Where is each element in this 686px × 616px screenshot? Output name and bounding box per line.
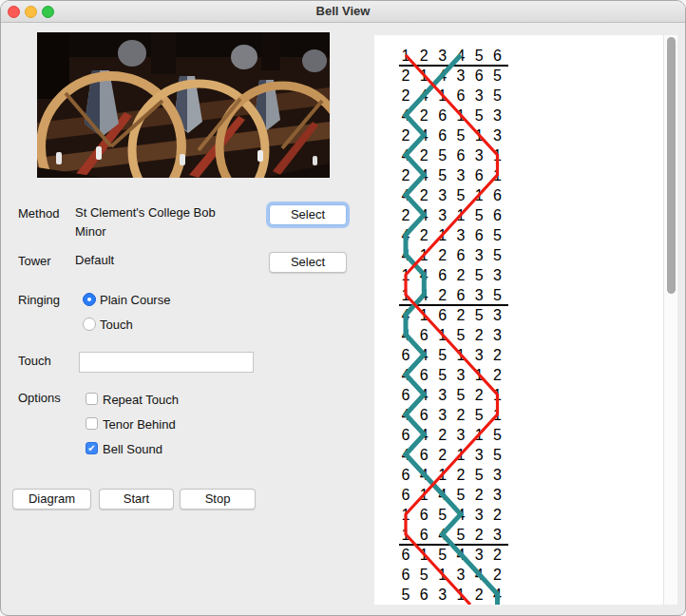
svg-text:6: 6 (402, 487, 410, 503)
svg-text:2: 2 (402, 87, 410, 104)
svg-text:2: 2 (420, 227, 429, 243)
svg-text:3: 3 (438, 387, 447, 403)
options-label: Options (18, 391, 61, 405)
svg-text:3: 3 (493, 127, 502, 144)
svg-text:2: 2 (475, 387, 484, 403)
checkbox-repeat-touch[interactable]: ✔ (86, 393, 98, 405)
svg-text:2: 2 (438, 287, 447, 303)
ringing-label: Ringing (18, 293, 60, 307)
bell-row: 463251 (402, 407, 503, 423)
title-bar[interactable]: Bell View (1, 1, 685, 23)
svg-text:5: 5 (456, 127, 465, 144)
svg-text:5: 5 (475, 467, 484, 483)
radio-plain-course-label[interactable]: Plain Course (100, 293, 170, 307)
svg-text:2: 2 (438, 447, 447, 463)
svg-text:6: 6 (402, 467, 410, 483)
svg-text:5: 5 (402, 587, 410, 603)
svg-text:6: 6 (402, 387, 410, 403)
touch-input[interactable] (79, 352, 254, 373)
svg-text:6: 6 (438, 127, 447, 144)
svg-text:5: 5 (493, 247, 502, 263)
bell-row: 416253 (402, 307, 503, 323)
svg-text:5: 5 (475, 407, 484, 423)
radio-touch[interactable] (83, 318, 96, 331)
bell-row: 563124 (402, 587, 503, 603)
svg-text:3: 3 (493, 487, 502, 503)
bell-row: 461523 (402, 327, 503, 343)
svg-text:5: 5 (456, 327, 465, 343)
svg-text:6: 6 (475, 227, 484, 243)
checkbox-bell-sound-label[interactable]: Bell Sound (103, 442, 162, 456)
svg-text:5: 5 (438, 147, 447, 164)
svg-text:6: 6 (420, 507, 429, 523)
checkbox-tenor-behind-label[interactable]: Tenor Behind (103, 417, 176, 432)
svg-text:5: 5 (475, 107, 484, 124)
svg-text:5: 5 (438, 507, 447, 523)
svg-text:3: 3 (493, 107, 502, 124)
svg-text:3: 3 (456, 167, 465, 183)
svg-text:2: 2 (475, 587, 484, 603)
svg-text:3: 3 (456, 367, 465, 383)
svg-text:2: 2 (493, 367, 502, 383)
svg-text:5: 5 (420, 567, 429, 583)
diagram-button[interactable]: Diagram (12, 489, 91, 510)
svg-text:5: 5 (475, 207, 484, 223)
tower-select-button[interactable]: Select (269, 252, 347, 273)
radio-plain-course[interactable] (83, 293, 96, 306)
svg-text:2: 2 (420, 107, 429, 124)
svg-text:6: 6 (438, 307, 447, 323)
svg-text:5: 5 (456, 187, 465, 203)
svg-text:6: 6 (420, 407, 429, 423)
tower-label: Tower (18, 254, 51, 268)
svg-text:5: 5 (456, 487, 465, 503)
svg-text:6: 6 (456, 247, 465, 263)
svg-text:2: 2 (493, 347, 502, 363)
tower-value: Default (75, 251, 114, 270)
svg-text:2: 2 (438, 427, 447, 443)
svg-text:3: 3 (438, 207, 447, 223)
svg-text:2: 2 (402, 167, 410, 183)
svg-text:5: 5 (438, 367, 447, 383)
bells-photo-art (37, 32, 330, 178)
bell-row: 123456 (402, 48, 503, 64)
svg-text:6: 6 (493, 48, 502, 64)
svg-text:2: 2 (475, 527, 484, 543)
svg-text:6: 6 (402, 567, 410, 583)
svg-text:5: 5 (493, 67, 502, 84)
checkbox-repeat-touch-label[interactable]: Repeat Touch (103, 393, 179, 407)
stop-button[interactable]: Stop (180, 489, 256, 510)
method-label: Method (18, 206, 59, 221)
svg-text:3: 3 (475, 87, 484, 104)
svg-text:2: 2 (420, 187, 429, 203)
svg-text:6: 6 (420, 327, 429, 343)
svg-text:6: 6 (420, 447, 429, 463)
bell-row: 214365 (402, 67, 503, 84)
scrollbar-track[interactable] (663, 35, 677, 605)
svg-text:2: 2 (402, 67, 410, 84)
method-select-button[interactable]: Select (269, 204, 347, 225)
scrollbar-thumb[interactable] (667, 37, 676, 294)
touch-label: Touch (18, 354, 51, 368)
svg-text:2: 2 (420, 48, 429, 64)
svg-text:3: 3 (456, 67, 465, 84)
svg-text:5: 5 (438, 347, 447, 363)
svg-text:3: 3 (456, 567, 465, 583)
svg-text:6: 6 (456, 87, 465, 104)
svg-text:3: 3 (493, 307, 502, 323)
svg-text:3: 3 (475, 447, 484, 463)
start-button[interactable]: Start (99, 489, 174, 510)
radio-touch-label[interactable]: Touch (100, 318, 133, 332)
svg-text:6: 6 (420, 587, 429, 603)
svg-text:2: 2 (456, 267, 465, 283)
bell-row: 465312 (402, 367, 503, 383)
method-diagram-panel[interactable]: 1234562143652416354261532465134256312453… (374, 35, 677, 605)
svg-text:3: 3 (493, 327, 502, 343)
svg-text:3: 3 (475, 547, 484, 563)
checkbox-tenor-behind[interactable]: ✔ (86, 417, 98, 430)
blue-line-diagram: 1234562143652416354261532465134256312453… (374, 35, 677, 605)
svg-text:3: 3 (438, 187, 447, 203)
svg-text:3: 3 (438, 587, 447, 603)
svg-text:2: 2 (493, 547, 502, 563)
checkbox-bell-sound[interactable]: ✔ (86, 442, 98, 454)
svg-text:3: 3 (493, 267, 502, 283)
